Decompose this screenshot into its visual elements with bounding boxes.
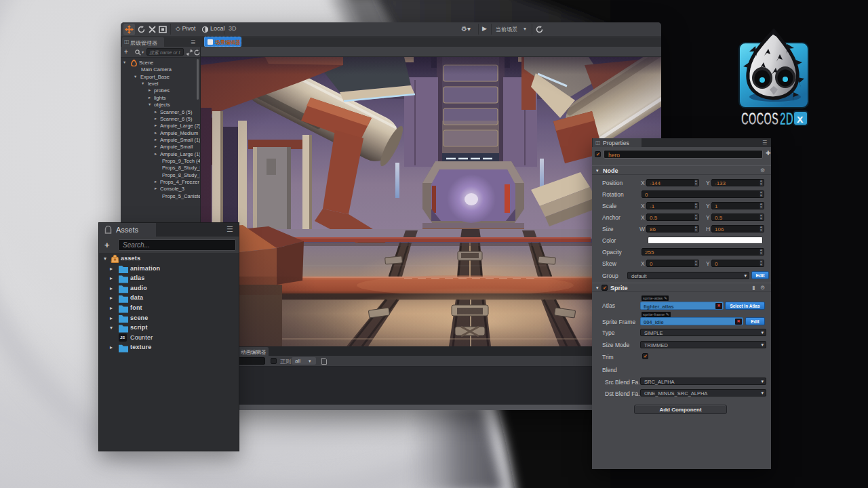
svg-text:COCOS: COCOS bbox=[741, 109, 778, 128]
svg-text:x: x bbox=[797, 113, 804, 125]
svg-text:2D: 2D bbox=[780, 109, 793, 128]
